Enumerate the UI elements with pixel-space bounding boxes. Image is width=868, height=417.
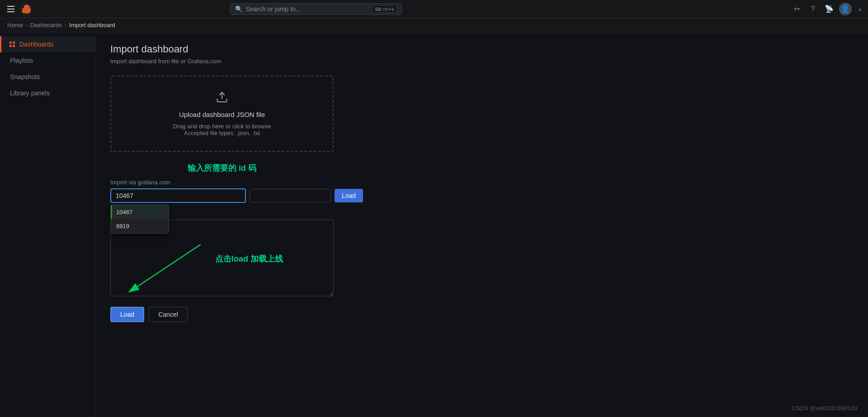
- layout: Dashboards Playlists Snapshots Library p…: [0, 33, 868, 417]
- upload-icon: [216, 91, 228, 106]
- import-panel-section: Import via panel json 点击load 加载上线: [110, 210, 854, 298]
- import-grafana-row: 10467 8919 Load: [110, 188, 854, 203]
- grafana-logo: [20, 3, 33, 15]
- main-content: Import dashboard Import dashboard from f…: [96, 33, 868, 417]
- page-subtitle: Import dashboard from file or Grafana.co…: [110, 58, 854, 65]
- load-button-top[interactable]: Load: [335, 189, 363, 202]
- import-input-container: 10467 8919: [110, 188, 246, 203]
- svg-rect-1: [9, 42, 12, 44]
- topbar-right-actions: + ▾ ? 📡 👤 ▲: [790, 3, 863, 15]
- upload-title: Upload dashboard JSON file: [179, 111, 265, 118]
- autocomplete-dropdown: 10467 8919: [110, 205, 169, 234]
- grafana-id-input[interactable]: [110, 188, 246, 203]
- dashboards-icon: [9, 41, 16, 48]
- sidebar-item-snapshots[interactable]: Snapshots: [0, 69, 95, 85]
- search-shortcut-badge: ⌨ ctrl+k: [372, 5, 397, 13]
- breadcrumb-sep-1: ›: [26, 22, 28, 28]
- search-bar[interactable]: 🔍 Search or jump to... ⌨ ctrl+k: [230, 3, 402, 15]
- breadcrumb-dashboards[interactable]: Dashboards: [30, 22, 62, 28]
- sidebar-item-playlists-label: Playlists: [10, 57, 33, 64]
- bottom-cancel-button[interactable]: Cancel: [149, 307, 188, 322]
- notifications-button[interactable]: 📡: [823, 3, 835, 15]
- topbar: 🔍 Search or jump to... ⌨ ctrl+k + ▾ ? 📡 …: [0, 0, 868, 18]
- grafana-secondary-input[interactable]: [250, 189, 331, 202]
- import-grafana-section: Import via grafana.com 10467 8919: [110, 179, 854, 203]
- breadcrumb-current: Import dashboard: [69, 22, 115, 28]
- search-placeholder: Search or jump to...: [245, 5, 369, 13]
- upload-hint: Drag and drop here or click to browse Ac…: [173, 123, 271, 136]
- sidebar-section-dashboards[interactable]: Dashboards: [0, 36, 95, 52]
- sidebar: Dashboards Playlists Snapshots Library p…: [0, 33, 96, 417]
- search-shortcut-text: ctrl+k: [382, 6, 395, 12]
- avatar[interactable]: 👤: [839, 3, 852, 15]
- sidebar-item-playlists[interactable]: Playlists: [0, 52, 95, 69]
- bottom-buttons: Load Cancel: [110, 307, 854, 322]
- breadcrumb-home[interactable]: Home: [7, 22, 23, 28]
- autocomplete-item-10467[interactable]: 10467: [111, 205, 169, 219]
- sidebar-item-library-panels-label: Library panels: [10, 89, 50, 97]
- sidebar-item-library-panels[interactable]: Library panels: [0, 85, 95, 101]
- sidebar-section-label: Dashboards: [19, 41, 54, 48]
- watermark: CSDN @whl2281888149: [792, 405, 857, 412]
- annotation-load-hint: 点击load 加载上线: [215, 253, 283, 264]
- bottom-load-button[interactable]: Load: [110, 307, 144, 322]
- add-button[interactable]: + ▾: [790, 3, 803, 15]
- upload-box[interactable]: Upload dashboard JSON file Drag and drop…: [110, 75, 334, 152]
- annotation-id-hint: 输入所需要的 id 码: [110, 163, 334, 173]
- svg-rect-4: [13, 45, 15, 47]
- breadcrumb: Home › Dashboards › Import dashboard: [0, 18, 868, 33]
- help-button[interactable]: ?: [807, 3, 819, 15]
- svg-rect-2: [13, 42, 15, 44]
- hamburger-menu[interactable]: [5, 4, 16, 14]
- import-panel-label: Import via panel json: [110, 210, 854, 217]
- sidebar-item-snapshots-label: Snapshots: [10, 73, 40, 80]
- breadcrumb-sep-2: ›: [65, 22, 66, 28]
- import-grafana-label: Import via grafana.com: [110, 179, 854, 186]
- autocomplete-item-8919[interactable]: 8919: [111, 219, 169, 233]
- svg-rect-3: [9, 45, 12, 47]
- page-title: Import dashboard: [110, 43, 854, 55]
- collapse-button[interactable]: ▲: [857, 6, 863, 12]
- search-icon: 🔍: [235, 5, 243, 13]
